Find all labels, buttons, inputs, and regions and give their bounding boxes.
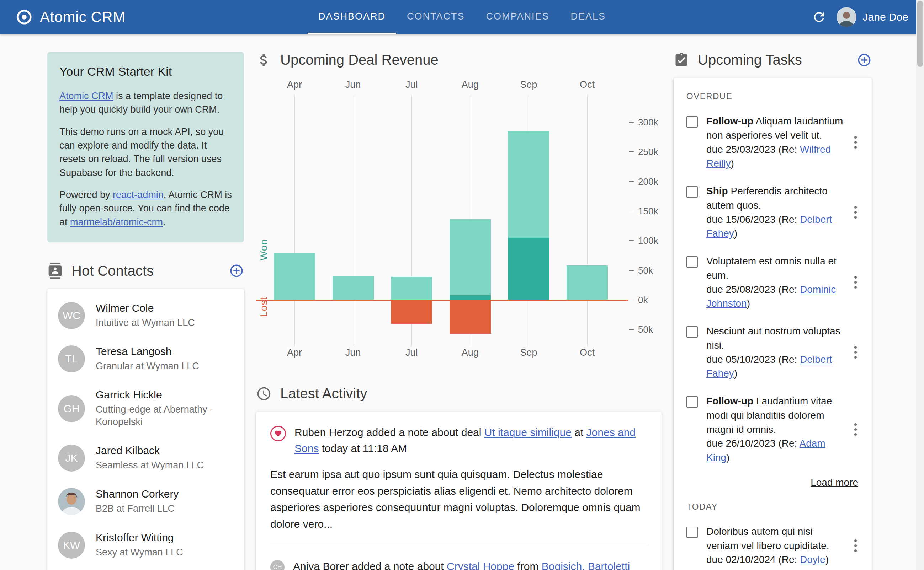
kebab-dot [854,356,857,359]
contact-info: Teresa LangoshGranular at Wyman LLC [96,345,199,372]
nav-tab-dashboard[interactable]: DASHBOARD [307,0,396,34]
atomic-crm-link[interactable]: Atomic CRM [59,90,114,101]
contact-subtitle: Cutting-edge at Abernathy - Konopelski [96,403,233,428]
refresh-icon[interactable] [812,9,827,25]
task-text: Follow-up Aliquam laudantium non asperio… [706,114,844,142]
contact-initials-avatar: JK [58,444,85,472]
nav-tab-contacts[interactable]: CONTACTS [396,0,475,34]
task-body: Follow-up Aliquam laudantium non asperio… [706,114,844,170]
contact-initials-avatar: GH [58,395,85,422]
task-text: Ship Perferendis architecto autem quos. [706,184,844,213]
task-checkbox[interactable] [686,116,698,127]
y-axis-label: 200k [638,176,658,187]
contact-subtitle: Granular at Wyman LLC [96,360,199,372]
contact-subtitle: Sexy at Wyman LLC [96,546,183,559]
user-menu-button[interactable]: Jane Doe [836,7,909,27]
kebab-dot [854,423,857,426]
task-checkbox[interactable] [686,396,698,408]
contact-name: Garrick Hickle [96,389,233,401]
y-axis-label: 50k [638,324,653,335]
task-contact-link[interactable]: Delbert Fahey [706,214,832,239]
task-checkbox[interactable] [686,186,698,198]
contact-list-item[interactable]: KWKristoffer WittingSexy at Wyman LLC [47,524,244,567]
task-more-options-button[interactable] [852,204,859,221]
kebab-dot [854,351,857,354]
task-contact-link[interactable]: Adam King [706,438,826,463]
kebab-dot [854,433,857,436]
kebab-dot [854,549,857,552]
task-item: Voluptatem est omnis nulla et eum.due 25… [686,254,859,311]
main-nav: DASHBOARD CONTACTS COMPANIES DEALS [307,0,617,34]
x-axis-label-top: Jun [334,79,373,90]
task-checkbox[interactable] [686,527,698,538]
activity-avatar: CH [270,560,284,570]
kebab-dot [854,276,857,279]
task-more-options-button[interactable] [852,421,859,438]
nav-tab-companies[interactable]: COMPANIES [475,0,560,34]
nav-tab-deals[interactable]: DEALS [560,0,617,34]
task-contact-link[interactable]: Wilfred Reilly [706,144,831,169]
x-axis-label-top: Oct [567,79,607,90]
task-more-options-button[interactable] [852,274,859,291]
task-contact-link[interactable]: Doyle [800,554,826,565]
task-contact-link[interactable]: Delbert Fahey [706,354,832,379]
contact-link[interactable]: Crystal Hoppe [447,561,514,570]
activity-note: Est earum ipsa aut quo ipsum sunt quia q… [270,466,647,532]
task-type: Follow-up [706,395,753,406]
activity-header: Latest Activity [256,386,661,401]
task-item: Nesciunt aut nostrum voluptas nisi.due 0… [686,324,859,381]
task-body: Nesciunt aut nostrum voluptas nisi.due 0… [706,324,844,381]
scrollbar-track[interactable] [916,0,924,570]
starter-kit-text: Powered by [59,189,113,200]
contact-list-item[interactable]: Shannon CorkeryB2B at Farrell LLC [47,480,244,523]
hot-contacts-card: WCWilmer ColeIntuitive at Wyman LLCTLTer… [47,289,244,570]
user-avatar [836,7,856,27]
x-axis-label-bottom: Oct [567,347,607,358]
task-check-icon [673,52,689,68]
task-text: Nesciunt aut nostrum voluptas nisi. [706,324,844,352]
react-admin-link[interactable]: react-admin [113,189,164,200]
contact-list-item[interactable]: GHGarrick HickleCutting-edge at Abernath… [47,381,244,437]
y-axis-label: 0k [638,294,648,306]
kebab-dot [854,216,857,219]
load-more-container: Load more [687,477,858,488]
contact-list-item[interactable]: JKJared KilbackSeamless at Wyman LLC [47,437,244,480]
task-checkbox[interactable] [686,326,698,338]
deal-link[interactable]: Ut itaque similique [484,426,572,438]
load-more-link[interactable]: Load more [810,477,858,488]
task-more-options-button[interactable] [852,134,859,151]
add-contact-button[interactable] [229,263,244,278]
revenue-title: Upcoming Deal Revenue [280,52,438,68]
contact-card-icon [47,263,63,279]
y-axis-label: 250k [638,146,658,158]
add-task-button[interactable] [857,53,872,67]
marmelab-repo-link[interactable]: marmelab/atomic-crm [70,217,163,227]
task-section-label: TODAY [686,502,859,512]
task-due-date: due 15/06/2023 (Re: Delbert Fahey) [706,213,844,241]
starter-kit-title: Your CRM Starter Kit [59,65,232,78]
app-title: Atomic CRM [40,9,126,26]
activity-connector: from [514,561,542,570]
contact-list-item[interactable]: WCWilmer ColeIntuitive at Wyman LLC [47,294,244,337]
contact-initials-avatar: TL [58,345,85,372]
kebab-dot [854,146,857,149]
x-axis-label-top: Jul [392,79,431,90]
activity-item: Ruben Herzog added a note about deal Ut … [270,424,647,456]
tasks-card: OVERDUEFollow-up Aliquam laudantium non … [673,78,872,570]
divider [270,545,647,545]
task-contact-link[interactable]: Dominic Johnston [706,284,836,309]
scrollbar-thumb[interactable] [917,1,923,67]
appbar-actions: Jane Doe [812,7,909,27]
task-more-options-button[interactable] [852,344,859,361]
contact-name: Shannon Corkery [96,488,178,500]
task-checkbox[interactable] [686,256,698,268]
kebab-dot [854,539,857,542]
contact-info: Wilmer ColeIntuitive at Wyman LLC [96,302,195,329]
task-text: Follow-up Laudantium vitae modi qui blan… [706,394,844,437]
contact-name: Teresa Langosh [96,345,199,357]
starter-kit-paragraph: Powered by react-admin, Atomic CRM is fu… [59,188,232,229]
task-more-options-button[interactable] [852,537,859,554]
starter-kit-paragraph: Atomic CRM is a template designed to hel… [59,89,232,116]
contact-list-item[interactable]: TLTeresa LangoshGranular at Wyman LLC [47,337,244,381]
starter-kit-text: . [163,217,166,227]
